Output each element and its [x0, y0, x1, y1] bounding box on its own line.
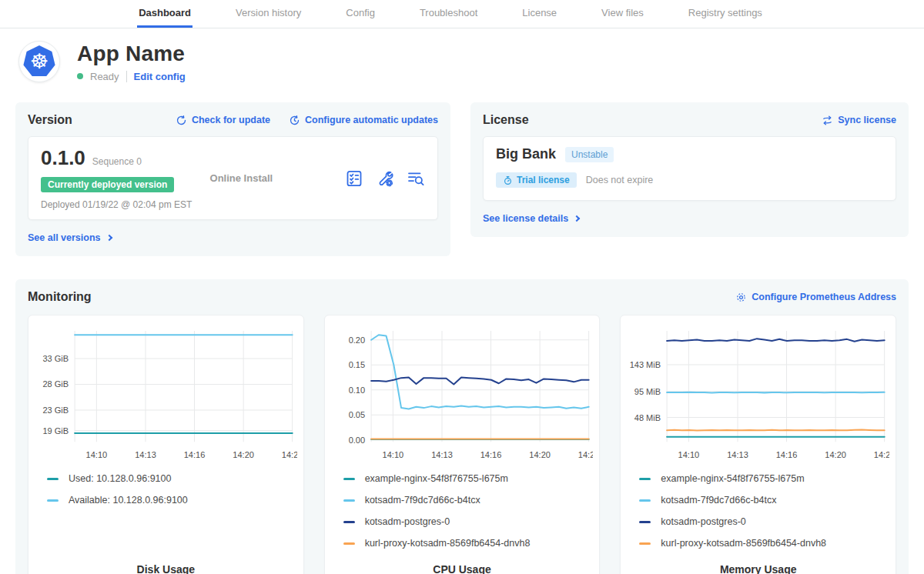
deployed-badge: Currently deployed version [41, 177, 174, 192]
svg-text:48 MiB: 48 MiB [634, 413, 661, 422]
legend-swatch-icon [343, 499, 355, 502]
legend-item: Used: 10.128.0.96:9100 [47, 468, 297, 489]
see-all-versions-link[interactable]: See all versions [28, 232, 112, 243]
monitoring-title: Monitoring [28, 290, 92, 304]
legend-label: Used: 10.128.0.96:9100 [69, 473, 171, 484]
install-type-label: Online Install [210, 172, 345, 184]
tab-license[interactable]: License [521, 0, 558, 28]
legend-item: kotsadm-postgres-0 [343, 511, 594, 532]
version-number: 0.1.0 [41, 146, 85, 170]
view-logs-icon[interactable] [407, 169, 425, 188]
legend-item: kotsadm-postgres-0 [639, 511, 889, 532]
legend-swatch-icon [639, 542, 651, 545]
svg-text:28 GiB: 28 GiB [42, 379, 69, 389]
svg-text:0.20: 0.20 [348, 335, 364, 345]
legend-swatch-icon [639, 499, 651, 502]
check-for-update-button[interactable]: Check for update [176, 115, 270, 126]
legend-swatch-icon [47, 499, 59, 502]
edit-config-link[interactable]: Edit config [134, 71, 186, 82]
svg-text:14:16: 14:16 [776, 450, 798, 459]
svg-text:14:23: 14:23 [874, 450, 889, 459]
chart-title: Disk Usage [35, 554, 297, 574]
legend-label: example-nginx-54f8f76755-l675m [365, 473, 508, 484]
app-header: ☸ App Name Ready Edit config [18, 41, 906, 82]
svg-text:0.05: 0.05 [348, 410, 364, 419]
legend-label: kurl-proxy-kotsadm-8569fb6454-dnvh8 [365, 538, 531, 549]
configure-prometheus-button[interactable]: Configure Prometheus Address [735, 292, 896, 303]
legend-item: kotsadm-7f9dc7d66c-b4tcx [343, 489, 594, 511]
svg-text:14:10: 14:10 [86, 450, 108, 459]
svg-text:14:20: 14:20 [825, 450, 847, 459]
svg-text:0.10: 0.10 [348, 385, 364, 395]
legend-item: example-nginx-54f8f76755-l675m [343, 468, 594, 489]
page-title: App Name [77, 42, 186, 66]
svg-text:14:10: 14:10 [678, 450, 700, 459]
memory-usage-chart: 143 MiB95 MiB48 MiB14:1014:1314:1614:201… [627, 325, 889, 465]
preflight-checks-icon[interactable] [345, 169, 363, 188]
see-license-details-link[interactable]: See license details [483, 213, 579, 224]
svg-text:23 GiB: 23 GiB [42, 405, 69, 415]
svg-text:0.15: 0.15 [348, 360, 364, 369]
sync-license-button[interactable]: Sync license [822, 115, 896, 126]
tab-registry-settings[interactable]: Registry settings [687, 0, 764, 28]
memory-usage-chart-card: 143 MiB95 MiB48 MiB14:1014:1314:1614:201… [620, 315, 896, 574]
sync-icon [822, 115, 833, 126]
deployed-timestamp: Deployed 01/19/22 @ 02:04 pm EST [41, 199, 210, 210]
tab-dashboard[interactable]: Dashboard [137, 0, 192, 28]
svg-text:14:20: 14:20 [233, 450, 254, 459]
tab-config[interactable]: Config [344, 0, 377, 28]
svg-text:33 GiB: 33 GiB [42, 354, 69, 363]
legend-swatch-icon [639, 478, 651, 480]
cpu-usage-chart-card: 0.200.150.100.050.0014:1014:1314:1614:20… [324, 315, 601, 574]
chevron-right-icon [105, 235, 112, 241]
refresh-icon [176, 115, 187, 126]
divider [126, 71, 127, 82]
legend-item: kurl-proxy-kotsadm-8569fb6454-dnvh8 [343, 532, 594, 554]
svg-text:14:16: 14:16 [184, 450, 206, 459]
memory-usage-legend: example-nginx-54f8f76755-l675mkotsadm-7f… [639, 468, 889, 554]
kubernetes-icon: ☸ [23, 45, 55, 78]
svg-text:14:23: 14:23 [578, 450, 594, 459]
svg-text:19 GiB: 19 GiB [42, 426, 69, 436]
legend-label: example-nginx-54f8f76755-l675m [661, 473, 804, 484]
legend-swatch-icon [639, 521, 651, 523]
svg-text:14:13: 14:13 [431, 450, 453, 459]
customer-name: Big Bank [496, 146, 556, 162]
legend-label: kotsadm-postgres-0 [365, 516, 450, 527]
tab-view-files[interactable]: View files [600, 0, 645, 28]
trial-license-badge: Trial license [496, 172, 577, 188]
legend-label: kotsadm-postgres-0 [661, 516, 745, 527]
svg-text:0.00: 0.00 [348, 436, 364, 445]
tab-troubleshoot[interactable]: Troubleshoot [418, 0, 479, 28]
disk-usage-chart-card: 33 GiB28 GiB23 GiB19 GiB14:1014:1314:161… [28, 315, 304, 574]
current-version-row: 0.1.0 Sequence 0 Currently deployed vers… [28, 136, 438, 220]
stopwatch-icon [503, 175, 513, 185]
license-card-title: License [483, 113, 529, 127]
legend-label: kotsadm-7f9dc7d66c-b4tcx [365, 495, 480, 506]
top-nav: DashboardVersion historyConfigTroublesho… [0, 0, 924, 28]
cpu-usage-chart: 0.200.150.100.050.0014:1014:1314:1614:20… [331, 325, 594, 465]
disk-usage-chart: 33 GiB28 GiB23 GiB19 GiB14:1014:1314:161… [35, 325, 297, 465]
tab-version-history[interactable]: Version history [234, 0, 303, 28]
disk-usage-legend: Used: 10.128.0.96:9100Available: 10.128.… [47, 468, 297, 511]
legend-label: kurl-proxy-kotsadm-8569fb6454-dnvh8 [661, 538, 826, 549]
svg-text:14:13: 14:13 [135, 450, 156, 459]
legend-item: Available: 10.128.0.96:9100 [47, 489, 297, 511]
legend-swatch-icon [343, 478, 355, 480]
configure-automatic-updates-button[interactable]: Configure automatic updates [289, 115, 438, 126]
license-info-row: Big Bank Unstable Trial license Does not… [483, 136, 896, 201]
expiry-text: Does not expire [586, 175, 654, 185]
svg-text:143 MiB: 143 MiB [630, 360, 661, 369]
legend-swatch-icon [343, 542, 355, 545]
svg-text:14:13: 14:13 [728, 450, 749, 459]
chevron-right-icon [574, 215, 580, 222]
legend-label: kotsadm-7f9dc7d66c-b4tcx [661, 495, 776, 506]
svg-text:14:23: 14:23 [282, 450, 297, 459]
svg-text:14:10: 14:10 [382, 450, 403, 459]
version-card: Version Check for update Configure autom… [15, 102, 450, 256]
schedule-update-icon [289, 115, 300, 126]
app-logo: ☸ [18, 41, 60, 82]
chart-title: CPU Usage [331, 554, 594, 574]
legend-swatch-icon [343, 521, 355, 523]
config-wrench-icon[interactable] [376, 169, 394, 188]
